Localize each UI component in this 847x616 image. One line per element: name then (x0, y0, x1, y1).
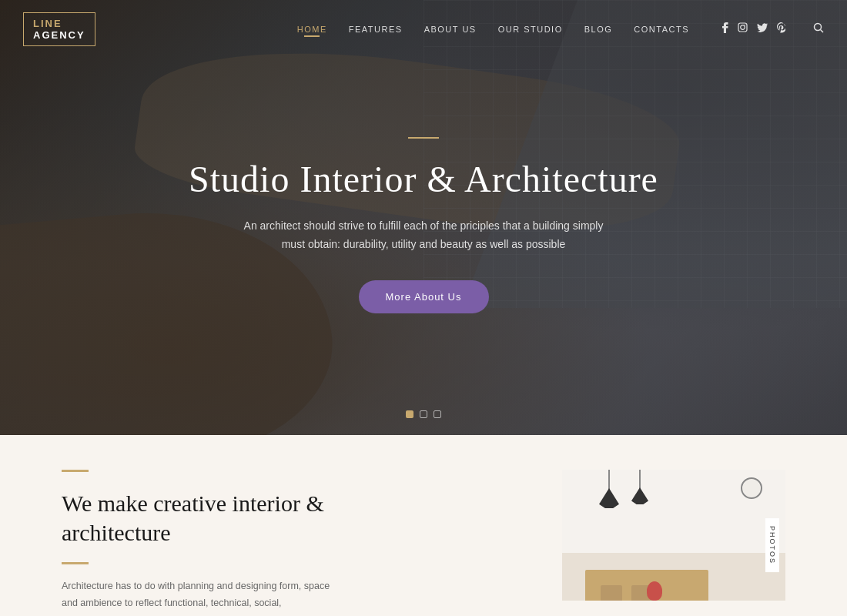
svg-line-4 (821, 29, 824, 32)
nav-item-contacts[interactable]: CONTACTS (634, 25, 689, 34)
social-links (722, 22, 785, 36)
main-nav: HOME FEATURES ABOUT US OUR STUDIO BLOG C… (297, 22, 824, 36)
nav-item-features[interactable]: FEATURES (349, 25, 403, 34)
facebook-icon[interactable] (722, 22, 728, 36)
instagram-icon[interactable] (738, 22, 748, 35)
section-accent-line (62, 470, 89, 472)
twitter-icon[interactable] (757, 23, 768, 35)
chair-1 (601, 585, 622, 601)
hero-accent-line (408, 137, 439, 139)
room-background (562, 470, 785, 601)
hero-cta-button[interactable]: More About Us (359, 280, 489, 313)
hero-section: LINE AGENCY HOME FEATURES ABOUT US OUR S… (0, 0, 847, 435)
interior-photo: Photos (562, 470, 785, 601)
nav-item-blog[interactable]: BLOG (584, 25, 613, 34)
logo[interactable]: LINE AGENCY (23, 12, 95, 46)
search-button[interactable] (813, 22, 824, 36)
svg-point-1 (741, 25, 745, 30)
section-text: We make creative interior & architecture… (62, 470, 385, 601)
slider-dot-3[interactable] (434, 410, 441, 418)
hero-content: Studio Interior & Architecture An archit… (0, 15, 847, 435)
pendant-lamp-2 (639, 470, 641, 504)
nav-item-about[interactable]: ABOUT US (424, 25, 477, 34)
svg-rect-0 (738, 23, 747, 32)
section-heading: We make creative interior & architecture (62, 489, 385, 547)
nav-item-home[interactable]: HOME (297, 25, 327, 34)
hero-subtitle: An architect should strive to fulfill ea… (239, 217, 608, 254)
svg-point-2 (745, 25, 745, 25)
nav-item-studio[interactable]: OUR STUDIO (498, 25, 563, 34)
pendant-lamp-1 (608, 470, 610, 508)
pinterest-icon[interactable] (777, 22, 785, 36)
slider-dot-1[interactable] (406, 410, 413, 418)
hero-title: Studio Interior & Architecture (189, 158, 658, 200)
photos-tab[interactable]: Photos (765, 518, 779, 572)
section-divider-line (62, 562, 89, 564)
slider-dot-2[interactable] (420, 410, 427, 418)
wall-clock (741, 477, 762, 499)
section-image-area: Photos (416, 470, 785, 601)
svg-point-3 (815, 23, 822, 30)
slider-dots (406, 410, 441, 418)
section-body-text: Architecture has to do with planning and… (62, 578, 346, 616)
logo-line1: LINE (33, 18, 85, 29)
flower-vase (647, 581, 662, 601)
site-header: LINE AGENCY HOME FEATURES ABOUT US OUR S… (0, 0, 847, 58)
logo-line2: AGENCY (33, 29, 85, 41)
below-hero-section: We make creative interior & architecture… (0, 435, 847, 616)
